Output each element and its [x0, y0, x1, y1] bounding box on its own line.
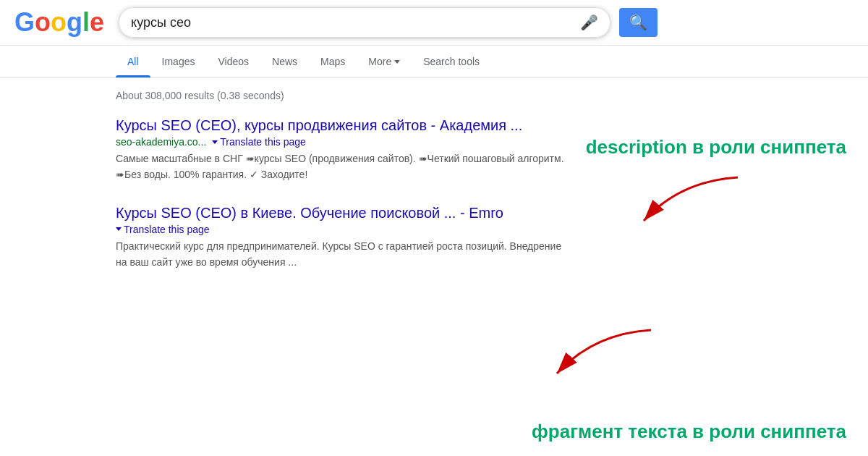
- nav-tabs: All Images Videos News Maps More Search …: [0, 46, 868, 78]
- results-count: About 308,000 results (0.38 seconds): [116, 90, 752, 101]
- result-snippet-1: Самые масштабные в СНГ ➠курсы SEO (продв…: [116, 151, 564, 183]
- google-logo: Google: [14, 7, 104, 38]
- header: Google 🎤 🔍: [0, 0, 868, 46]
- tab-news[interactable]: News: [260, 46, 309, 77]
- tab-videos[interactable]: Videos: [206, 46, 260, 77]
- result-url-row-2: Translate this page: [116, 224, 752, 235]
- translate-triangle-icon-2: [116, 227, 122, 231]
- translate-label-1: Translate this page: [220, 136, 306, 148]
- result-item-2: Курсы SEO (CEO) в Киеве. Обучение поиско…: [116, 203, 752, 271]
- result-url-1: seo-akademiya.co...: [116, 136, 206, 148]
- annotation-text-2: фрагмент текста в роли сниппета: [532, 421, 846, 443]
- result-title-2[interactable]: Курсы SEO (CEO) в Киеве. Обучение поиско…: [116, 205, 503, 221]
- translate-triangle-icon: [212, 140, 218, 144]
- search-bar: 🎤: [119, 7, 610, 38]
- result-title-1[interactable]: Курсы SEO (CEO), курсы продвижения сайто…: [116, 117, 522, 133]
- mic-icon[interactable]: 🎤: [580, 14, 598, 31]
- tab-images[interactable]: Images: [150, 46, 207, 77]
- tab-maps[interactable]: Maps: [309, 46, 357, 77]
- translate-label-2: Translate this page: [124, 224, 210, 235]
- tab-all[interactable]: All: [116, 46, 150, 77]
- tab-search-tools[interactable]: Search tools: [412, 46, 491, 77]
- search-button[interactable]: 🔍: [619, 8, 658, 37]
- search-icon: 🔍: [629, 14, 647, 31]
- result-url-row-1: seo-akademiya.co... Translate this page: [116, 136, 752, 148]
- chevron-down-icon: [394, 60, 400, 64]
- tab-more[interactable]: More: [357, 46, 412, 77]
- arrow-2-icon: [550, 326, 665, 387]
- results-area: About 308,000 results (0.38 seconds) Кур…: [0, 78, 868, 303]
- search-input[interactable]: [131, 15, 573, 30]
- result-item-1: Курсы SEO (CEO), курсы продвижения сайто…: [116, 116, 752, 183]
- translate-link-2[interactable]: Translate this page: [116, 224, 210, 235]
- translate-link-1[interactable]: Translate this page: [212, 136, 306, 148]
- more-label: More: [368, 56, 391, 67]
- result-snippet-2: Практический курс для предпринимателей. …: [116, 238, 564, 271]
